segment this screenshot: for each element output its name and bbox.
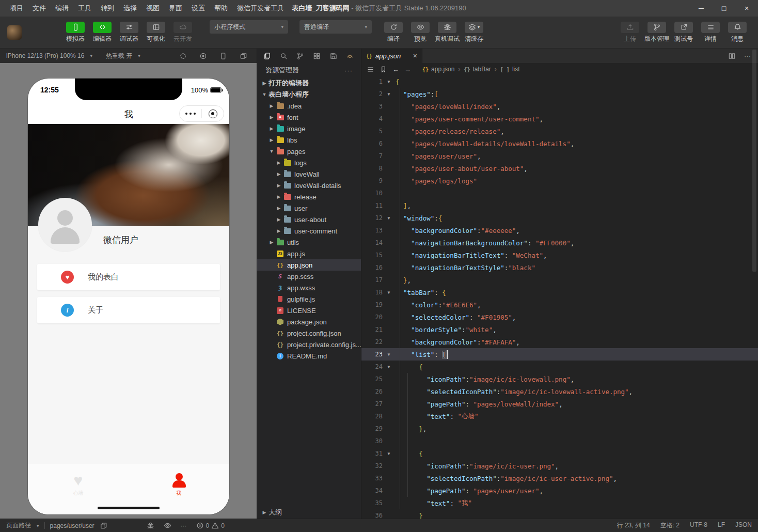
tree-item-package.json[interactable]: package.json (257, 316, 361, 327)
outline-section[interactable]: ▶ 大纲 (257, 506, 361, 519)
code-line-3[interactable]: 3 "pages/loveWall/index", (361, 100, 758, 113)
tree-item-logs[interactable]: ▶logs (257, 157, 361, 168)
fold-chevron-icon[interactable]: ▼ (384, 92, 393, 97)
menu-帮助[interactable]: 帮助 (210, 0, 232, 17)
tree-item-.idea[interactable]: ▶.idea (257, 100, 361, 112)
files-icon[interactable] (263, 52, 271, 60)
code-line-30[interactable]: 30 (361, 435, 758, 447)
fold-chevron-icon[interactable]: ▼ (384, 365, 393, 369)
menu-微信开发者工具[interactable]: 微信开发者工具 (232, 0, 289, 17)
code-line-25[interactable]: 25 "iconPath":"image/ic/ic-lovewall.png"… (361, 373, 758, 385)
code-line-14[interactable]: 14 "navigationBarBackgroundColor": "#FF0… (361, 237, 758, 249)
toolbar-button-bug[interactable]: 真机调试 (434, 22, 461, 43)
code-line-7[interactable]: 7 "pages/user/user", (361, 150, 758, 162)
scrollbar-handle[interactable] (752, 50, 756, 272)
tree-item-libs[interactable]: ▶libs (257, 134, 361, 146)
toolbar-button-eye[interactable]: 预览 (407, 22, 434, 43)
code-line-15[interactable]: 15 "navigationBarTitleText": "WeChat", (361, 249, 758, 261)
tree-item-gulpfile.js[interactable]: gulpfile.js (257, 293, 361, 305)
menu-编辑[interactable]: 编辑 (51, 0, 73, 17)
menu-项目[interactable]: 项目 (5, 0, 28, 17)
more-actions-icon[interactable]: ··· (344, 67, 353, 74)
menu-设置[interactable]: 设置 (187, 0, 210, 17)
breadcrumb-item-app.json[interactable]: {}app.json (422, 66, 454, 73)
eol-setting[interactable]: LF (718, 521, 725, 530)
toolbar-button-toggles[interactable]: 调试器 (116, 22, 143, 43)
tree-item-project.config.json[interactable]: {}project.config.json (257, 327, 361, 339)
user-avatar[interactable] (7, 25, 22, 40)
code-line-26[interactable]: 26 "selectedIconPath":"image/ic/ic-lovew… (361, 385, 758, 398)
encoding[interactable]: UTF-8 (690, 521, 707, 530)
rotate-icon[interactable] (179, 52, 187, 60)
device-frame-icon[interactable] (219, 52, 227, 60)
code-line-12[interactable]: 12▼ "window":{ (361, 212, 758, 224)
toolbar-button-lines[interactable]: 详情 (697, 22, 724, 43)
user-avatar-placeholder[interactable] (38, 198, 92, 252)
teapot-icon[interactable] (346, 52, 354, 60)
code-line-36[interactable]: 36 } (361, 509, 758, 519)
outline-list-icon[interactable] (367, 66, 374, 73)
code-line-8[interactable]: 8 "pages/user-about/user-about", (361, 162, 758, 175)
code-line-10[interactable]: 10 (361, 187, 758, 199)
tree-item-app.json[interactable]: {}app.json (257, 259, 361, 271)
tab-app-json[interactable]: {} app.json × (361, 49, 422, 63)
extensions-icon[interactable] (313, 52, 321, 60)
code-line-35[interactable]: 35 "text": "我" (361, 497, 758, 509)
code-line-20[interactable]: 20 "selectedColor": "#F01905", (361, 311, 758, 323)
cursor-position[interactable]: 行 23, 列 14 (617, 521, 650, 530)
preview-icon[interactable] (164, 522, 171, 529)
tree-item-打开的编辑器[interactable]: ▶打开的编辑器 (257, 77, 361, 89)
menu-转到[interactable]: 转到 (96, 0, 119, 17)
minimize-icon[interactable]: ─ (690, 0, 713, 17)
code-line-23[interactable]: 23▼ "list": [ (361, 348, 758, 361)
editor-scrollbar[interactable] (751, 49, 757, 519)
editor-more-icon[interactable]: ··· (744, 52, 751, 60)
tree-item-image[interactable]: ▶image (257, 123, 361, 134)
toolbar-button-layers[interactable]: ▾清缓存 (461, 22, 487, 43)
toolbar-button-external[interactable]: 测试号 (670, 22, 697, 43)
code-line-9[interactable]: 9 "pages/logs/logs" (361, 175, 758, 187)
code-line-34[interactable]: 34 "pagePath": "pages/user/user", (361, 484, 758, 497)
search-icon[interactable] (280, 52, 288, 60)
fold-chevron-icon[interactable]: ▼ (384, 352, 393, 357)
breadcrumb-item-list[interactable]: [ ]list (500, 66, 520, 73)
tree-item-user-about[interactable]: ▶user-about (257, 214, 361, 225)
compile-mode-select[interactable]: 普通编译 ▾ (299, 20, 372, 34)
code-line-28[interactable]: 28 "text": "心墙" (361, 410, 758, 423)
tree-item-user[interactable]: ▶user (257, 202, 361, 214)
toolbar-button-branch[interactable]: 版本管理 (643, 22, 670, 43)
more-menu-icon[interactable] (180, 113, 201, 115)
tree-item-loveWall-details[interactable]: ▶loveWall-details (257, 180, 361, 191)
code-line-33[interactable]: 33 "selectedIconPath":"image/ic/ic-user-… (361, 472, 758, 484)
navigate-back-icon[interactable]: ← (392, 66, 399, 73)
tree-item-user-comment[interactable]: ▶user-comment (257, 225, 361, 237)
detach-window-icon[interactable] (240, 52, 247, 60)
code-editor[interactable]: 1▼{2▼ "pages":[3 "pages/loveWall/index",… (361, 75, 758, 519)
menu-界面[interactable]: 界面 (164, 0, 187, 17)
record-icon[interactable] (199, 52, 207, 60)
tree-item-表白墙小程序[interactable]: ▼表白墙小程序 (257, 89, 361, 100)
minimize-capsule-icon[interactable] (202, 109, 224, 118)
toolbar-button-refresh[interactable]: 编译 (380, 22, 407, 43)
tree-item-release[interactable]: ▶release (257, 191, 361, 202)
save-icon[interactable] (329, 52, 337, 60)
code-line-22[interactable]: 22 "backgroundColor":"#FAFAFA", (361, 336, 758, 348)
indent-setting[interactable]: 空格: 2 (660, 521, 680, 530)
code-line-32[interactable]: 32 "iconPath":"image/ic/ic-user.png", (361, 460, 758, 472)
code-line-2[interactable]: 2▼ "pages":[ (361, 88, 758, 100)
menu-工具[interactable]: 工具 (73, 0, 96, 17)
close-icon[interactable]: × (735, 0, 758, 17)
menu-选择[interactable]: 选择 (119, 0, 141, 17)
tree-item-app.wxss[interactable]: Ȝapp.wxss (257, 282, 361, 293)
code-line-13[interactable]: 13 "backgroundColor":"#eeeeee", (361, 224, 758, 237)
debug-icon[interactable] (147, 522, 154, 529)
device-select[interactable]: iPhone 12/13 (Pro) 100% 16 ▾ (6, 52, 92, 59)
tree-item-app.js[interactable]: JSapp.js (257, 248, 361, 259)
statusbar-more-icon[interactable]: ··· (181, 522, 187, 529)
code-line-24[interactable]: 24▼ { (361, 361, 758, 373)
tree-item-pages[interactable]: ▼pages (257, 146, 361, 157)
code-line-29[interactable]: 29 }, (361, 423, 758, 435)
problems-indicator[interactable]: 0 0 (196, 522, 225, 529)
fold-chevron-icon[interactable]: ▼ (384, 216, 393, 221)
code-line-5[interactable]: 5 "pages/release/release", (361, 125, 758, 137)
